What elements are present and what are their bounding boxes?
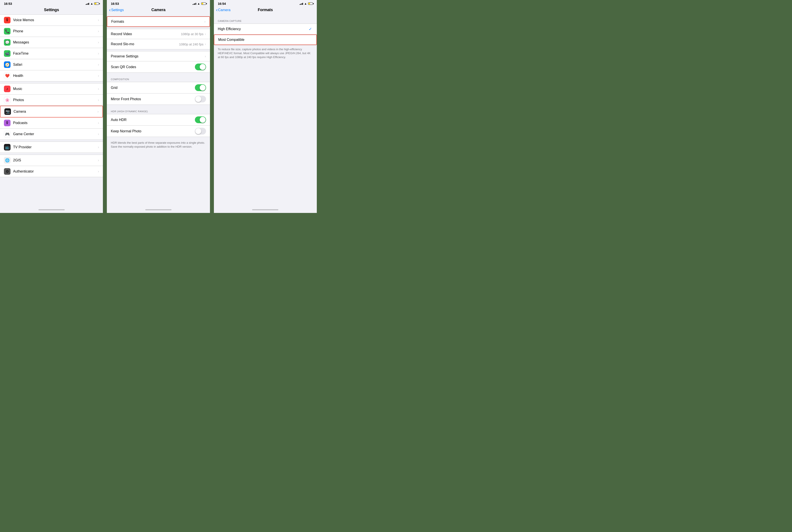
- settings-row-facetime[interactable]: 📹 FaceTime ›: [0, 48, 103, 59]
- photos-label: Photos: [13, 98, 98, 102]
- chevron-icon: ›: [205, 42, 206, 46]
- settings-row-voice-memos[interactable]: 🎙 Voice Memos ›: [0, 15, 103, 26]
- signal-icon-3: [300, 2, 303, 5]
- home-indicator-1: [0, 207, 103, 213]
- status-icons-1: ▲: [86, 2, 99, 5]
- phone-label: Phone: [13, 29, 98, 33]
- keep-normal-toggle[interactable]: [195, 128, 206, 135]
- camera-panel: 16:53 ▲ ‹ Settings Camera Formats: [107, 0, 210, 213]
- chevron-icon: ›: [98, 145, 99, 149]
- settings-row-health[interactable]: ❤️ Health ›: [0, 70, 103, 81]
- game-center-label: Game Center: [13, 132, 98, 136]
- settings-row-game-center[interactable]: 🎮 Game Center ›: [0, 129, 103, 139]
- wifi-icon-2: ▲: [197, 2, 200, 5]
- facetime-label: FaceTime: [13, 52, 98, 55]
- wifi-icon-1: ▲: [90, 2, 93, 5]
- authenticator-label: Authenticator: [13, 169, 98, 173]
- tv-provider-label: TV Provider: [13, 145, 98, 149]
- time-2: 16:53: [111, 2, 119, 5]
- settings-row-safari[interactable]: 🧭 Safari ›: [0, 59, 103, 70]
- mirror-front-toggle[interactable]: [195, 96, 206, 102]
- composition-header: COMPOSITION: [107, 74, 210, 82]
- page-title-3: Formats: [258, 8, 273, 12]
- battery-icon-3: [308, 2, 313, 5]
- keep-normal-photo-row[interactable]: Keep Normal Photo: [107, 126, 210, 137]
- photos-icon: 🌸: [4, 97, 11, 103]
- settings-row-music[interactable]: ♪ Music ›: [0, 83, 103, 95]
- auto-hdr-label: Auto HDR: [111, 118, 195, 122]
- most-compatible-label: Most Compatible: [218, 38, 313, 42]
- chevron-icon: ›: [98, 52, 99, 55]
- grid-row[interactable]: Grid: [107, 82, 210, 93]
- high-efficiency-row[interactable]: High Efficiency ✓: [214, 24, 317, 35]
- checkmark-icon: ✓: [309, 27, 312, 32]
- settings-row-messages[interactable]: 💬 Messages ›: [0, 37, 103, 48]
- record-video-value: 1080p at 30 fps: [181, 32, 203, 36]
- authenticator-icon: ⚙: [4, 168, 11, 175]
- chevron-icon: ›: [98, 40, 99, 44]
- auto-hdr-toggle[interactable]: [195, 116, 206, 123]
- scan-qr-codes-row[interactable]: Scan QR Codes: [107, 61, 210, 73]
- most-compatible-row[interactable]: Most Compatible: [214, 35, 317, 45]
- keep-normal-photo-label: Keep Normal Photo: [111, 129, 195, 133]
- time-1: 16:53: [4, 2, 12, 5]
- record-slo-mo-value: 1080p at 240 fps: [179, 42, 204, 46]
- chevron-icon: ›: [205, 54, 206, 58]
- safari-icon: 🧭: [4, 61, 11, 68]
- settings-row-authenticator[interactable]: ⚙ Authenticator ›: [0, 166, 103, 177]
- health-icon: ❤️: [4, 73, 11, 79]
- back-button-settings[interactable]: ‹ Settings: [109, 8, 124, 13]
- 2gis-label: 2GIS: [13, 158, 98, 162]
- music-icon: ♪: [4, 86, 11, 92]
- preserve-settings-label: Preserve Settings: [111, 54, 205, 58]
- auto-hdr-row[interactable]: Auto HDR: [107, 114, 210, 126]
- phone-icon: 📞: [4, 28, 11, 35]
- scan-qr-toggle[interactable]: [195, 63, 206, 70]
- page-title-2: Camera: [151, 8, 165, 12]
- back-arrow-icon: ‹: [109, 8, 111, 13]
- formats-description: To reduce file size, capture photos and …: [214, 45, 317, 63]
- chevron-icon: ›: [98, 74, 99, 78]
- settings-row-photos[interactable]: 🌸 Photos ›: [0, 95, 103, 106]
- settings-panel: 16:53 ▲ Settings 🎙 Voice Memos ›: [0, 0, 103, 213]
- record-slo-mo-row[interactable]: Record Slo-mo 1080p at 240 fps ›: [107, 39, 210, 49]
- battery-icon-1: [94, 2, 99, 5]
- back-button-camera[interactable]: ‹ Camera: [216, 8, 230, 13]
- grid-toggle[interactable]: [195, 84, 206, 91]
- formats-list: CAMERA CAPTURE High Efficiency ✓ Most Co…: [214, 14, 317, 207]
- chevron-icon: ›: [98, 158, 99, 162]
- mirror-front-photos-row[interactable]: Mirror Front Photos: [107, 93, 210, 104]
- hdr-description: HDR blends the best parts of three separ…: [107, 139, 210, 152]
- camera-icon: 📷: [4, 108, 11, 115]
- messages-icon: 💬: [4, 39, 11, 46]
- music-label: Music: [13, 87, 98, 91]
- nav-header-2: ‹ Settings Camera: [107, 6, 210, 14]
- chevron-icon: ›: [98, 29, 99, 33]
- record-video-row[interactable]: Record Video 1080p at 30 fps ›: [107, 29, 210, 39]
- wifi-icon-3: ▲: [304, 2, 307, 5]
- nav-header-1: Settings: [0, 6, 103, 14]
- time-3: 16:54: [218, 2, 226, 5]
- 2gis-icon: 🌐: [4, 157, 11, 164]
- nav-header-3: ‹ Camera Formats: [214, 6, 317, 14]
- status-icons-3: ▲: [300, 2, 313, 5]
- status-bar-3: 16:54 ▲: [214, 0, 317, 6]
- home-indicator-3: [214, 207, 317, 213]
- voice-memos-icon: 🎙: [4, 17, 11, 23]
- home-indicator-2: [107, 207, 210, 213]
- settings-row-podcasts[interactable]: 🎙 Podcasts ›: [0, 117, 103, 129]
- chevron-icon: ›: [97, 110, 98, 114]
- settings-row-tv-provider[interactable]: 📺 TV Provider ›: [0, 142, 103, 153]
- settings-list-1: 🎙 Voice Memos › 📞 Phone › 💬 Messages › 📹…: [0, 14, 103, 207]
- camera-settings-list: Formats › Record Video 1080p at 30 fps ›…: [107, 14, 210, 207]
- chevron-icon: ›: [98, 121, 99, 125]
- camera-capture-header: CAMERA CAPTURE: [214, 16, 317, 24]
- settings-row-phone[interactable]: 📞 Phone ›: [0, 26, 103, 37]
- formats-row[interactable]: Formats ›: [107, 16, 210, 27]
- voice-memos-label: Voice Memos: [13, 18, 98, 22]
- battery-icon-2: [201, 2, 206, 5]
- preserve-settings-row[interactable]: Preserve Settings ›: [107, 51, 210, 61]
- high-efficiency-label: High Efficiency: [218, 27, 309, 31]
- settings-row-camera[interactable]: 📷 Camera ›: [0, 106, 103, 117]
- settings-row-2gis[interactable]: 🌐 2GIS ›: [0, 155, 103, 166]
